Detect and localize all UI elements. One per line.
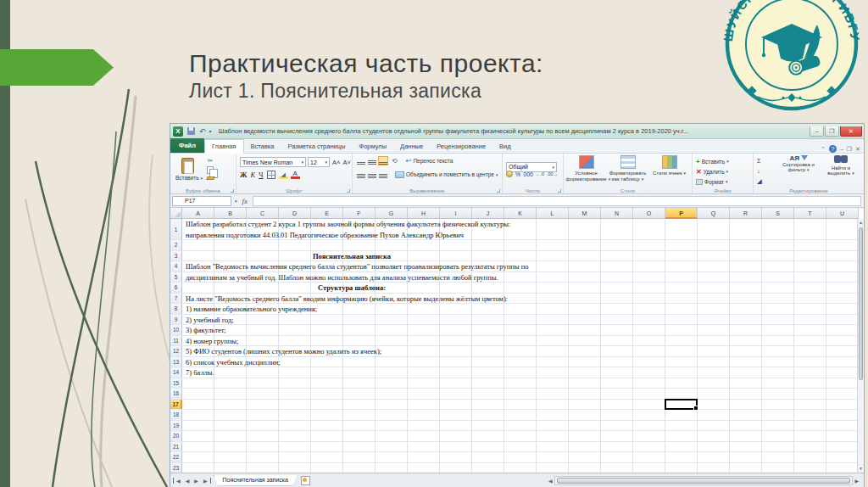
column-header-N[interactable]: N	[601, 208, 633, 219]
insert-cells-button[interactable]: + Вставить ▾	[696, 156, 729, 166]
borders-icon[interactable]	[267, 171, 275, 179]
row-header-10[interactable]: 10	[170, 325, 182, 335]
column-header-A[interactable]: A	[182, 208, 214, 219]
grid-row-8[interactable]: 81) название образовательного учреждения…	[170, 304, 864, 315]
align-bottom-icon[interactable]	[379, 157, 387, 165]
column-header-G[interactable]: G	[376, 208, 408, 219]
merge-center-button[interactable]: Объединить и поместить в центре ▾	[395, 171, 498, 178]
column-header-B[interactable]: B	[214, 208, 247, 219]
formula-input[interactable]	[253, 196, 861, 206]
row-header-7[interactable]: 7	[170, 294, 182, 304]
column-header-L[interactable]: L	[537, 208, 569, 219]
cell-styles-button[interactable]: Стили ячеек▾	[649, 155, 690, 182]
conditional-formatting-button[interactable]: Условное форматирование▾	[566, 155, 607, 182]
fill-icon[interactable]: ↓	[757, 166, 762, 176]
dialog-launcher-icon[interactable]	[231, 189, 234, 193]
dialog-launcher-icon[interactable]	[497, 189, 500, 193]
fx-icon[interactable]: fx	[242, 197, 248, 205]
sort-filter-button[interactable]: АЯ Сортировка и фильтр▾	[777, 155, 820, 176]
name-box-caret-icon[interactable]: ▾	[235, 199, 237, 204]
horizontal-scroll-thumb[interactable]	[557, 478, 851, 484]
grid-row-7[interactable]: 7На листе "Ведомость среднего балла" вво…	[170, 294, 864, 305]
ribbon-tab-7[interactable]: Рецензирование	[430, 140, 492, 153]
cut-icon[interactable]: ✂	[208, 157, 214, 165]
row-header-1[interactable]: 1	[170, 219, 182, 239]
column-header-K[interactable]: K	[504, 208, 537, 219]
row-header-6[interactable]: 6	[170, 283, 182, 293]
grid-row-20[interactable]: 20	[170, 431, 864, 442]
minimize-button[interactable]: –	[810, 126, 824, 137]
align-right-icon[interactable]	[379, 171, 387, 178]
row-header-11[interactable]: 11	[170, 336, 182, 346]
undo-icon[interactable]: ↶	[199, 127, 206, 136]
row-header-22[interactable]: 22	[170, 452, 182, 462]
close-button[interactable]: ✕	[840, 126, 862, 137]
shrink-font-icon[interactable]: А˅	[342, 159, 350, 166]
grid-row-5[interactable]: 5дисциплинам за учебный год. Шаблон можн…	[170, 272, 864, 283]
grid-row-19[interactable]: 19	[170, 421, 864, 432]
row-header-3[interactable]: 3	[170, 251, 182, 261]
column-header-O[interactable]: O	[633, 208, 665, 219]
column-header-S[interactable]: S	[762, 208, 794, 219]
last-sheet-icon[interactable]: ▶	[201, 478, 211, 484]
row-header-8[interactable]: 8	[170, 304, 182, 314]
row-header-9[interactable]: 9	[170, 315, 182, 325]
font-size-select[interactable]: 12 ▾	[308, 157, 330, 167]
ribbon-tab-5[interactable]: Формулы	[352, 140, 393, 153]
ribbon-tab-8[interactable]: Вид	[492, 140, 518, 153]
copy-icon[interactable]	[207, 166, 214, 174]
align-top-icon[interactable]	[357, 157, 365, 165]
quick-access-caret-icon[interactable]: ▾	[209, 128, 212, 134]
ribbon-tab-3[interactable]: Вставка	[244, 140, 281, 153]
column-header-I[interactable]: I	[440, 208, 472, 219]
grid-row-2[interactable]: 2	[170, 240, 864, 251]
doc-minimize-icon[interactable]: –	[840, 146, 843, 152]
restore-button[interactable]: ❐	[825, 126, 839, 137]
column-header-U[interactable]: U	[826, 208, 859, 219]
scroll-left-icon[interactable]: ◀	[547, 478, 554, 484]
new-sheet-button[interactable]	[301, 476, 310, 485]
grid-row-4[interactable]: 4Шаблон "Ведомость вычисления среднего б…	[170, 261, 864, 272]
grid[interactable]: 1Шаблон разработал студент 2 курса 1 гру…	[170, 219, 864, 473]
help-icon[interactable]: ?	[829, 145, 837, 153]
column-header-M[interactable]: M	[569, 208, 601, 219]
dialog-launcher-icon[interactable]	[347, 189, 350, 193]
column-header-F[interactable]: F	[343, 208, 376, 219]
orientation-icon[interactable]: ⟲	[392, 157, 398, 165]
row-header-15[interactable]: 15	[170, 378, 182, 389]
grid-row-10[interactable]: 103) факультет;	[170, 325, 864, 336]
minimize-ribbon-icon[interactable]: ⌃	[821, 146, 826, 153]
row-header-2[interactable]: 2	[170, 240, 182, 250]
font-name-select[interactable]: Times New Roman ▾	[240, 157, 306, 167]
grid-row-9[interactable]: 92) учебный год;	[170, 315, 864, 326]
row-header-13[interactable]: 13	[170, 357, 182, 367]
align-middle-icon[interactable]	[368, 157, 376, 165]
grid-row-18[interactable]: 18	[170, 410, 864, 421]
column-header-Q[interactable]: Q	[698, 208, 730, 219]
column-header-J[interactable]: J	[472, 208, 504, 219]
grid-row-15[interactable]: 15	[170, 378, 864, 389]
doc-close-icon[interactable]: ✕	[855, 146, 860, 153]
row-header-20[interactable]: 20	[170, 431, 182, 441]
clear-icon[interactable]: ◢	[757, 176, 762, 187]
column-header-R[interactable]: R	[730, 208, 762, 219]
save-icon[interactable]	[187, 127, 195, 135]
grid-row-22[interactable]: 22	[170, 452, 864, 463]
ribbon-tab-1[interactable]: Файл	[170, 138, 204, 153]
row-header-21[interactable]: 21	[170, 442, 182, 452]
increase-decimal-icon[interactable]: ←.0	[536, 171, 544, 176]
currency-icon[interactable]	[506, 171, 513, 177]
row-header-19[interactable]: 19	[170, 421, 182, 431]
grid-row-6[interactable]: 6Структура шаблона:	[170, 283, 864, 294]
select-all-corner[interactable]	[170, 208, 182, 219]
name-box[interactable]: P17	[172, 196, 231, 206]
row-header-23[interactable]: 23	[170, 463, 182, 473]
wrap-text-button[interactable]: ↩ Перенос текста	[406, 157, 453, 165]
format-cells-button[interactable]: Формат ▾	[696, 176, 729, 187]
delete-cells-button[interactable]: ✕ Удалить ▾	[696, 166, 729, 176]
scroll-right-icon[interactable]: ▶	[853, 478, 860, 484]
row-header-5[interactable]: 5	[170, 272, 182, 283]
percent-icon[interactable]: %	[515, 171, 520, 177]
grid-row-16[interactable]: 16	[170, 389, 864, 400]
italic-button[interactable]: К	[250, 171, 255, 179]
